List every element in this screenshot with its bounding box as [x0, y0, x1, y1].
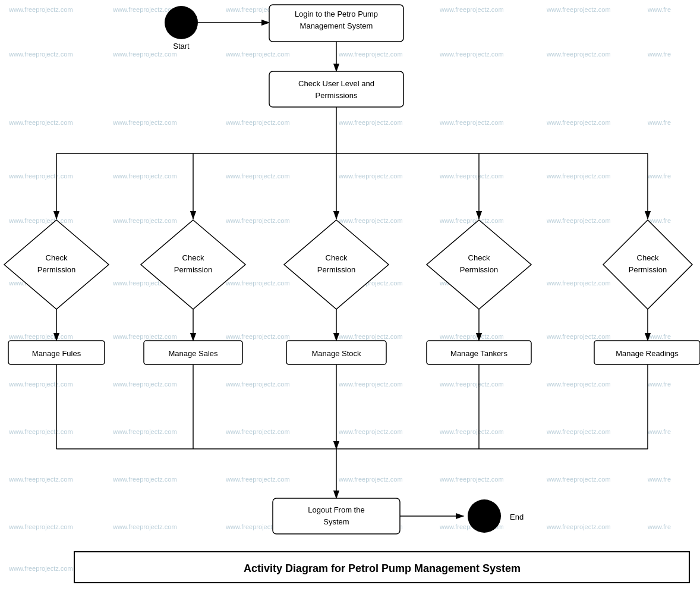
check-permission-diamond-1	[4, 220, 109, 309]
svg-text:www.freeprojectz.com: www.freeprojectz.com	[112, 217, 177, 224]
svg-text:www.freeprojectz.com: www.freeprojectz.com	[8, 476, 73, 483]
svg-text:www.fre: www.fre	[647, 428, 671, 435]
check-permission-diamond-3	[284, 220, 389, 309]
svg-text:www.fre: www.fre	[647, 119, 671, 126]
diagram-title: Activity Diagram for Petrol Pump Managem…	[244, 562, 521, 574]
svg-text:Check: Check	[46, 253, 68, 262]
svg-text:Check: Check	[326, 253, 348, 262]
svg-text:Permission: Permission	[629, 265, 667, 274]
end-circle	[468, 499, 501, 533]
svg-text:www.freeprojectz.com: www.freeprojectz.com	[546, 172, 611, 180]
svg-text:Permission: Permission	[174, 265, 212, 274]
svg-text:www.freeprojectz.com: www.freeprojectz.com	[546, 51, 611, 58]
start-circle	[165, 6, 198, 39]
svg-text:www.freeprojectz.com: www.freeprojectz.com	[338, 333, 403, 340]
check-permission-diamond-4	[427, 220, 531, 309]
svg-text:Check: Check	[637, 253, 659, 262]
svg-text:www.freeprojectz.com: www.freeprojectz.com	[338, 476, 403, 483]
svg-text:www.freeprojectz.com: www.freeprojectz.com	[338, 172, 403, 180]
svg-text:www.freeprojectz.com: www.freeprojectz.com	[546, 523, 611, 530]
svg-text:www.freeprojectz.com: www.freeprojectz.com	[338, 217, 403, 224]
svg-text:Permissions: Permissions	[316, 91, 358, 100]
svg-text:www.freeprojectz.com: www.freeprojectz.com	[439, 476, 504, 483]
svg-text:www.freeprojectz.com: www.freeprojectz.com	[112, 51, 177, 58]
svg-text:www.freeprojectz.com: www.freeprojectz.com	[546, 119, 611, 126]
svg-text:www.freeprojectz.com: www.freeprojectz.com	[546, 217, 611, 224]
svg-text:www.freeprojectz.com: www.freeprojectz.com	[112, 333, 177, 340]
svg-text:www.freeprojectz.com: www.freeprojectz.com	[225, 51, 290, 58]
svg-text:www.freeprojectz.com: www.freeprojectz.com	[439, 172, 504, 180]
check-user-level-box	[269, 71, 403, 107]
svg-text:www.freeprojectz.com: www.freeprojectz.com	[112, 172, 177, 180]
svg-text:www.freeprojectz.com: www.freeprojectz.com	[112, 428, 177, 435]
svg-text:www.freeprojectz.com: www.freeprojectz.com	[8, 381, 73, 388]
svg-text:www.freeprojectz.com: www.freeprojectz.com	[8, 51, 73, 58]
svg-text:www.freeprojectz.com: www.freeprojectz.com	[439, 217, 504, 224]
svg-text:Management System: Management System	[300, 21, 373, 30]
svg-text:www.freeprojectz.com: www.freeprojectz.com	[225, 217, 290, 224]
check-permission-diamond-5	[603, 220, 692, 309]
svg-text:www.freeprojectz.com: www.freeprojectz.com	[439, 51, 504, 58]
svg-text:Login to the Petro Pump: Login to the Petro Pump	[295, 10, 378, 18]
svg-text:www.freeprojectz.com: www.freeprojectz.com	[225, 119, 290, 126]
svg-text:Permission: Permission	[317, 265, 355, 274]
svg-text:Manage Readings: Manage Readings	[616, 349, 679, 358]
activity-diagram: www.freeprojectz.com www.freeprojectz.co…	[0, 0, 700, 591]
svg-text:www.freeprojectz.com: www.freeprojectz.com	[8, 523, 73, 530]
svg-text:www.freeprojectz.com: www.freeprojectz.com	[439, 119, 504, 126]
svg-text:www.fre: www.fre	[647, 381, 671, 388]
svg-text:Manage Sales: Manage Sales	[168, 349, 218, 358]
svg-text:www.fre: www.fre	[647, 6, 671, 13]
svg-text:www.fre: www.fre	[647, 476, 671, 483]
svg-text:www.freeprojectz.com: www.freeprojectz.com	[8, 172, 73, 180]
svg-text:www.freeprojectz.com: www.freeprojectz.com	[546, 333, 611, 340]
svg-text:Manage Stock: Manage Stock	[311, 349, 361, 358]
svg-text:Logout From the: Logout From the	[308, 505, 364, 514]
svg-text:www.freeprojectz.com: www.freeprojectz.com	[225, 381, 290, 388]
svg-text:www.freeprojectz.com: www.freeprojectz.com	[338, 428, 403, 435]
svg-text:www.freeprojectz.com: www.freeprojectz.com	[225, 476, 290, 483]
svg-text:End: End	[510, 513, 524, 521]
check-permission-diamond-2	[141, 220, 245, 309]
svg-text:www.freeprojectz.com: www.freeprojectz.com	[546, 6, 611, 13]
svg-text:www.freeprojectz.com: www.freeprojectz.com	[112, 476, 177, 483]
svg-text:Check: Check	[468, 253, 490, 262]
svg-text:www.freeprojectz.com: www.freeprojectz.com	[225, 172, 290, 180]
svg-text:www.freeprojectz.com: www.freeprojectz.com	[546, 381, 611, 388]
svg-text:www.freeprojectz.com: www.freeprojectz.com	[8, 119, 73, 126]
svg-text:www.freeprojectz.com: www.freeprojectz.com	[8, 565, 73, 572]
svg-text:www.freeprojectz.com: www.freeprojectz.com	[439, 428, 504, 435]
svg-text:www.fre: www.fre	[647, 51, 671, 58]
svg-text:www.freeprojectz.com: www.freeprojectz.com	[8, 333, 73, 340]
svg-text:Manage Tankers: Manage Tankers	[450, 349, 507, 358]
svg-text:System: System	[323, 517, 349, 526]
svg-text:www.freeprojectz.com: www.freeprojectz.com	[8, 428, 73, 435]
svg-text:www.freeprojectz.com: www.freeprojectz.com	[225, 279, 290, 287]
svg-text:www.freeprojectz.com: www.freeprojectz.com	[338, 51, 403, 58]
logout-box	[273, 498, 400, 534]
svg-text:www.freeprojectz.com: www.freeprojectz.com	[439, 333, 504, 340]
svg-text:www.freeprojectz.com: www.freeprojectz.com	[338, 381, 403, 388]
svg-text:Check: Check	[182, 253, 204, 262]
svg-text:www.freeprojectz.com: www.freeprojectz.com	[439, 381, 504, 388]
svg-text:www.freeprojectz.com: www.freeprojectz.com	[112, 523, 177, 530]
svg-text:www.fre: www.fre	[647, 523, 671, 530]
svg-text:Permission: Permission	[460, 265, 498, 274]
svg-text:www.freeprojectz.com: www.freeprojectz.com	[8, 217, 73, 224]
svg-text:www.freeprojectz.com: www.freeprojectz.com	[338, 119, 403, 126]
svg-text:www.freeprojectz.com: www.freeprojectz.com	[8, 6, 73, 13]
svg-text:www.freeprojectz.com: www.freeprojectz.com	[225, 333, 290, 340]
svg-text:www.freeprojectz.com: www.freeprojectz.com	[112, 381, 177, 388]
svg-text:Manage Fules: Manage Fules	[32, 349, 81, 358]
start-label: Start	[173, 42, 190, 51]
svg-text:www.fre: www.fre	[647, 333, 671, 340]
svg-text:www.freeprojectz.com: www.freeprojectz.com	[439, 6, 504, 13]
svg-text:Permission: Permission	[37, 265, 75, 274]
svg-text:www.freeprojectz.com: www.freeprojectz.com	[546, 428, 611, 435]
svg-text:Check User Level and: Check User Level and	[298, 79, 374, 88]
svg-text:www.freeprojectz.com: www.freeprojectz.com	[546, 476, 611, 483]
svg-text:www.freeprojectz.com: www.freeprojectz.com	[225, 428, 290, 435]
svg-text:www.freeprojectz.com: www.freeprojectz.com	[112, 6, 177, 13]
svg-text:www.freeprojectz.com: www.freeprojectz.com	[546, 279, 611, 287]
svg-text:www.fre: www.fre	[647, 172, 671, 180]
